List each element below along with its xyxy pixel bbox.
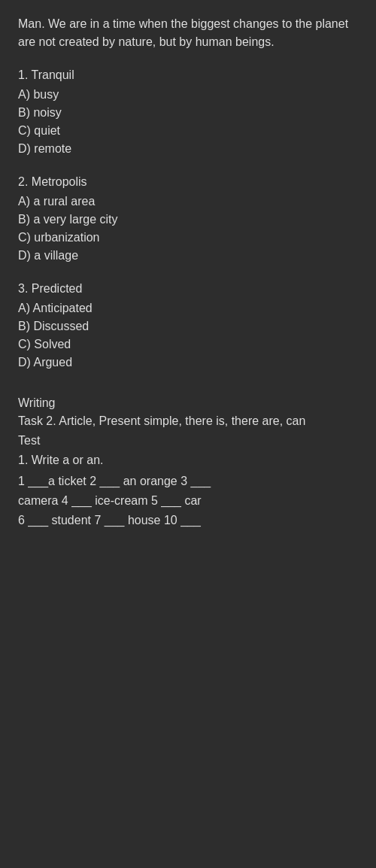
question-block-1: 1. Tranquil A) busy B) noisy C) quiet D)… bbox=[18, 66, 358, 158]
writing-section: Writing Task 2. Article, Present simple,… bbox=[18, 394, 358, 530]
question-block-2: 2. Metropolis A) a rural area B) a very … bbox=[18, 173, 358, 265]
question-title-1: 1. Tranquil bbox=[18, 66, 358, 84]
option-1a: A) busy bbox=[18, 86, 358, 104]
question-block-3: 3. Predicted A) Anticipated B) Discussed… bbox=[18, 280, 358, 372]
option-2b: B) a very large city bbox=[18, 211, 358, 229]
questions-container: 1. Tranquil A) busy B) noisy C) quiet D)… bbox=[18, 66, 358, 372]
test-label: Test bbox=[18, 432, 358, 450]
answer-1: a ticket bbox=[48, 475, 86, 487]
option-2c: C) urbanization bbox=[18, 229, 358, 247]
fill-line-1: 1 ___a ticket 2 ___ an orange 3 ___ bbox=[18, 472, 358, 490]
task-label: Task 2. Article, Present simple, there i… bbox=[18, 412, 358, 430]
option-1b: B) noisy bbox=[18, 104, 358, 122]
writing-label: Writing bbox=[18, 394, 358, 412]
option-3a: A) Anticipated bbox=[18, 299, 358, 317]
option-1c: C) quiet bbox=[18, 122, 358, 140]
option-3c: C) Solved bbox=[18, 335, 358, 354]
option-1d: D) remote bbox=[18, 140, 358, 158]
option-2a: A) a rural area bbox=[18, 193, 358, 211]
write-instruction: 1. Write a or an. bbox=[18, 451, 358, 469]
question-title-3: 3. Predicted bbox=[18, 280, 358, 298]
option-3b: B) Discussed bbox=[18, 317, 358, 335]
option-3d: D) Argued bbox=[18, 354, 358, 372]
intro-paragraph: Man. We are in a time when the biggest c… bbox=[18, 15, 358, 51]
fill-line-3: 6 ___ student 7 ___ house 10 ___ bbox=[18, 511, 358, 530]
option-2d: D) a village bbox=[18, 247, 358, 265]
fill-line-2: camera 4 ___ ice-cream 5 ___ car bbox=[18, 492, 358, 510]
intro-text: Man. We are in a time when the biggest c… bbox=[18, 17, 348, 48]
question-title-2: 2. Metropolis bbox=[18, 173, 358, 191]
